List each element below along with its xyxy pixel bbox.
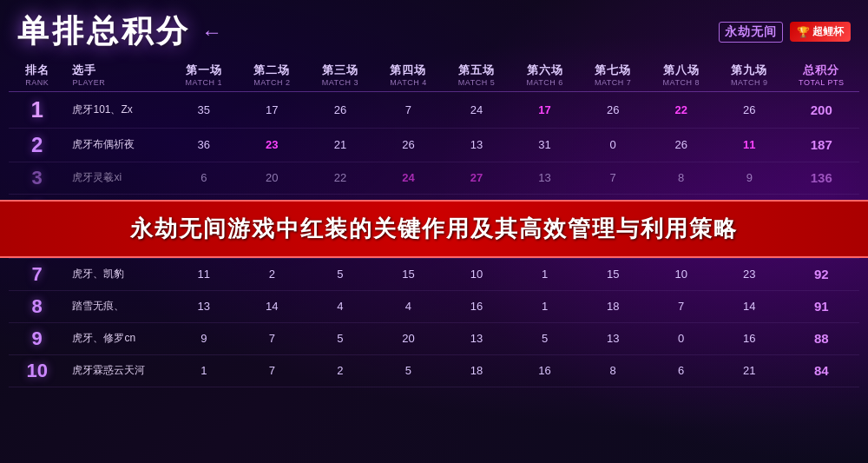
match1-header-cn: 第一场 <box>170 60 239 78</box>
column-headers-cn: 排名 选手 第一场 第二场 第三场 第四场 第五场 第六场 第七场 第八场 第九… <box>9 60 859 78</box>
match-score-cell: 35 <box>170 91 239 128</box>
match-score-cell: 1 <box>170 354 239 387</box>
match-score-cell: 1 <box>510 290 579 322</box>
match-score-cell: 7 <box>579 162 648 194</box>
page-title: 单排总积分 <box>17 10 191 53</box>
arrow-icon: ← <box>201 20 222 44</box>
total-pts-cell: 92 <box>784 258 859 290</box>
match5-header-cn: 第五场 <box>443 60 511 78</box>
table-row: 10虎牙霖惑云天河17251816862184 <box>9 354 859 387</box>
match-score-cell: 26 <box>647 128 715 162</box>
match-score-cell: 31 <box>510 128 579 162</box>
match9-header-cn: 第九场 <box>715 60 784 78</box>
match-score-cell: 1 <box>510 258 579 290</box>
player-cell: 虎牙布偶祈夜 <box>65 128 169 162</box>
match4-header-cn: 第四场 <box>374 60 443 78</box>
match-score-cell: 0 <box>579 128 648 162</box>
match-score-cell: 13 <box>443 128 511 162</box>
table-row: 9虎牙、修罗cn975201351301688 <box>9 322 859 354</box>
total-pts-cell: 136 <box>784 162 859 194</box>
logo2: 🏆 超鲤杯 <box>790 22 851 42</box>
match-score-cell: 14 <box>238 290 306 322</box>
match-score-cell: 6 <box>170 162 239 194</box>
total-pts-cell: 200 <box>784 91 859 128</box>
player-cell: 虎牙、凯豹 <box>65 258 169 290</box>
match6-header-cn: 第六场 <box>510 60 579 78</box>
match-score-cell: 0 <box>647 322 715 354</box>
match9-header-en: MATCH 9 <box>715 78 784 90</box>
match1-header-en: MATCH 1 <box>170 78 239 90</box>
player-cell: 虎牙、修罗cn <box>65 322 169 354</box>
match-score-cell: 13 <box>170 290 239 322</box>
match-score-cell: 13 <box>579 322 648 354</box>
rank-number: 3 <box>32 167 43 189</box>
match-score-cell: 8 <box>647 162 715 194</box>
rank-cell: 10 <box>9 354 65 387</box>
total-pts-cell: 187 <box>784 128 859 162</box>
match-score-cell: 26 <box>715 91 784 128</box>
match-score-cell: 26 <box>306 91 375 128</box>
match-score-cell: 9 <box>170 322 239 354</box>
match-score-cell: 2 <box>238 258 306 290</box>
title-area: 单排总积分 ← <box>17 10 222 53</box>
match-score-cell: 5 <box>510 322 579 354</box>
match-score-cell: 22 <box>306 162 375 194</box>
rank-number: 9 <box>32 327 43 349</box>
player-cell: 虎牙灵羲xi <box>65 162 169 194</box>
match2-header-cn: 第二场 <box>238 60 306 78</box>
player-cell: 踏雪无痕、 <box>65 290 169 322</box>
match-score-cell: 11 <box>170 258 239 290</box>
player-cell: 虎牙霖惑云天河 <box>65 354 169 387</box>
match-score-cell: 15 <box>579 258 648 290</box>
match2-header-en: MATCH 2 <box>238 78 306 90</box>
match-score-cell: 20 <box>374 322 443 354</box>
match-score-cell: 17 <box>510 91 579 128</box>
banner-overlay: 永劫无间游戏中红装的关键作用及其高效管理与利用策略 <box>0 200 868 258</box>
match-score-cell: 8 <box>579 354 648 387</box>
match-score-cell: 18 <box>579 290 648 322</box>
match-score-cell: 24 <box>374 162 443 194</box>
logo-area: 永劫无间 🏆 超鲤杯 <box>719 22 851 43</box>
main-content: 单排总积分 ← 永劫无间 🏆 超鲤杯 <box>0 0 868 463</box>
match-score-cell: 22 <box>647 91 715 128</box>
match-score-cell: 4 <box>306 290 375 322</box>
total-header-cn: 总积分 <box>784 60 859 78</box>
match-score-cell: 5 <box>306 258 375 290</box>
total-pts-cell: 84 <box>784 354 859 387</box>
match-score-cell: 10 <box>647 258 715 290</box>
total-pts-cell: 88 <box>784 322 859 354</box>
rank-number: 2 <box>31 133 43 156</box>
match-score-cell: 18 <box>443 354 511 387</box>
match-score-cell: 14 <box>715 290 784 322</box>
table-row: 7虎牙、凯豹11251510115102392 <box>9 258 859 290</box>
match-score-cell: 24 <box>443 91 511 128</box>
match8-header-en: MATCH 8 <box>647 78 715 90</box>
table-row: 3虎牙灵羲xi62022242713789136 <box>9 162 859 194</box>
match-score-cell: 4 <box>374 290 443 322</box>
match-score-cell: 7 <box>374 91 443 128</box>
match-score-cell: 26 <box>579 91 648 128</box>
player-header-en: PLAYER <box>65 78 169 90</box>
rank-number: 8 <box>32 295 43 317</box>
rank-cell: 3 <box>9 162 65 194</box>
match-score-cell: 16 <box>443 290 511 322</box>
player-header-cn: 选手 <box>65 60 169 78</box>
trophy-icon: 🏆 <box>797 26 810 38</box>
match7-header-en: MATCH 7 <box>579 78 648 90</box>
rank-number: 1 <box>31 96 43 122</box>
table-row: 2虎牙布偶祈夜36232126133102611187 <box>9 128 859 162</box>
match3-header-cn: 第三场 <box>306 60 375 78</box>
match-score-cell: 21 <box>306 128 375 162</box>
total-header-en: TOTAL PTS <box>784 78 859 90</box>
match-score-cell: 17 <box>238 91 306 128</box>
match-score-cell: 16 <box>510 354 579 387</box>
rank-cell: 7 <box>9 258 65 290</box>
match-score-cell: 20 <box>238 162 306 194</box>
match-score-cell: 6 <box>647 354 715 387</box>
rank-cell: 8 <box>9 290 65 322</box>
header: 单排总积分 ← 永劫无间 🏆 超鲤杯 <box>0 0 868 60</box>
match-score-cell: 5 <box>374 354 443 387</box>
match3-header-en: MATCH 3 <box>306 78 375 90</box>
rank-cell: 1 <box>9 91 65 128</box>
match-score-cell: 36 <box>170 128 239 162</box>
